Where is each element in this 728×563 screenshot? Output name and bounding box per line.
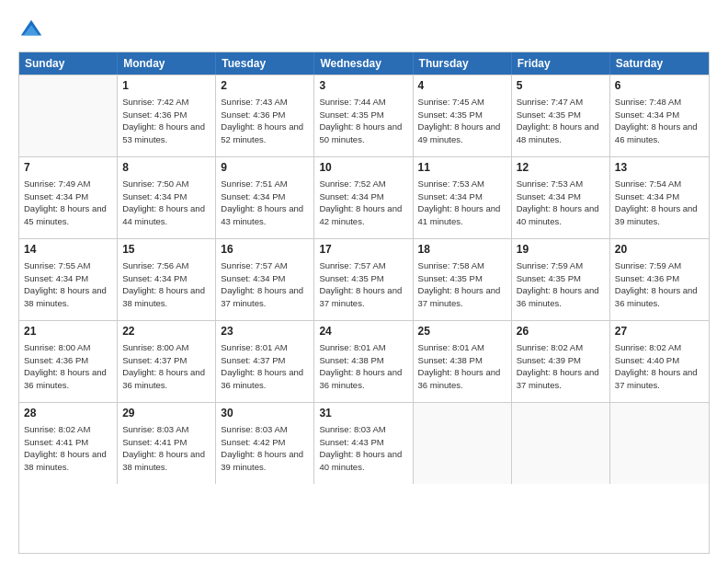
day-number: 7 [24, 160, 112, 176]
day-cell-18: 18Sunrise: 7:58 AMSunset: 4:35 PMDayligh… [414, 239, 512, 320]
calendar-row-3: 21Sunrise: 8:00 AMSunset: 4:36 PMDayligh… [19, 320, 709, 402]
day-info: Sunrise: 7:54 AMSunset: 4:34 PMDaylight:… [615, 178, 704, 228]
empty-cell-4-4 [414, 403, 512, 484]
day-info: Sunrise: 8:03 AMSunset: 4:43 PMDaylight:… [319, 423, 407, 474]
day-cell-25: 25Sunrise: 8:01 AMSunset: 4:38 PMDayligh… [414, 321, 512, 402]
day-number: 14 [24, 242, 112, 258]
day-cell-30: 30Sunrise: 8:03 AMSunset: 4:42 PMDayligh… [216, 403, 314, 484]
calendar-row-0: 1Sunrise: 7:42 AMSunset: 4:36 PMDaylight… [19, 75, 709, 156]
day-number: 2 [221, 78, 309, 94]
day-cell-26: 26Sunrise: 8:02 AMSunset: 4:39 PMDayligh… [512, 321, 610, 402]
day-number: 20 [615, 242, 704, 258]
day-info: Sunrise: 7:51 AMSunset: 4:34 PMDaylight:… [221, 178, 309, 228]
day-number: 30 [221, 406, 309, 421]
calendar-row-2: 14Sunrise: 7:55 AMSunset: 4:34 PMDayligh… [19, 238, 709, 320]
day-cell-29: 29Sunrise: 8:03 AMSunset: 4:41 PMDayligh… [118, 403, 216, 484]
header-day-friday: Friday [512, 52, 610, 75]
day-cell-24: 24Sunrise: 8:01 AMSunset: 4:38 PMDayligh… [314, 321, 413, 402]
day-info: Sunrise: 7:48 AMSunset: 4:34 PMDaylight:… [615, 96, 704, 146]
calendar-row-4: 28Sunrise: 8:02 AMSunset: 4:41 PMDayligh… [19, 402, 709, 484]
header-day-wednesday: Wednesday [314, 52, 413, 75]
day-number: 29 [122, 406, 210, 421]
calendar-body: 1Sunrise: 7:42 AMSunset: 4:36 PMDaylight… [19, 75, 709, 484]
day-info: Sunrise: 7:55 AMSunset: 4:34 PMDaylight:… [24, 259, 112, 310]
day-number: 8 [122, 160, 210, 176]
day-number: 3 [319, 78, 407, 94]
header-day-tuesday: Tuesday [216, 52, 314, 75]
calendar-header: SundayMondayTuesdayWednesdayThursdayFrid… [19, 52, 709, 75]
header-day-thursday: Thursday [414, 52, 512, 75]
day-number: 16 [221, 242, 309, 258]
day-info: Sunrise: 7:43 AMSunset: 4:36 PMDaylight:… [221, 96, 309, 146]
day-cell-2: 2Sunrise: 7:43 AMSunset: 4:36 PMDaylight… [216, 75, 314, 156]
day-cell-15: 15Sunrise: 7:56 AMSunset: 4:34 PMDayligh… [118, 239, 216, 320]
day-cell-5: 5Sunrise: 7:47 AMSunset: 4:35 PMDaylight… [512, 75, 610, 156]
day-info: Sunrise: 7:53 AMSunset: 4:34 PMDaylight:… [517, 178, 605, 228]
day-info: Sunrise: 7:59 AMSunset: 4:35 PMDaylight:… [517, 259, 605, 310]
day-info: Sunrise: 7:49 AMSunset: 4:34 PMDaylight:… [24, 178, 112, 228]
day-number: 13 [615, 160, 704, 176]
day-info: Sunrise: 8:01 AMSunset: 4:38 PMDaylight:… [319, 341, 407, 392]
day-info: Sunrise: 7:59 AMSunset: 4:36 PMDaylight:… [615, 259, 704, 310]
day-number: 5 [517, 78, 605, 94]
day-cell-12: 12Sunrise: 7:53 AMSunset: 4:34 PMDayligh… [512, 157, 610, 238]
day-info: Sunrise: 8:01 AMSunset: 4:37 PMDaylight:… [221, 341, 309, 392]
day-cell-27: 27Sunrise: 8:02 AMSunset: 4:40 PMDayligh… [610, 321, 709, 402]
day-number: 23 [221, 324, 309, 339]
day-number: 31 [319, 406, 407, 421]
day-number: 25 [418, 324, 506, 339]
day-cell-13: 13Sunrise: 7:54 AMSunset: 4:34 PMDayligh… [610, 157, 709, 238]
day-cell-10: 10Sunrise: 7:52 AMSunset: 4:34 PMDayligh… [314, 157, 413, 238]
empty-cell-0-0 [19, 75, 118, 156]
day-info: Sunrise: 7:52 AMSunset: 4:34 PMDaylight:… [319, 178, 407, 228]
day-cell-9: 9Sunrise: 7:51 AMSunset: 4:34 PMDaylight… [216, 157, 314, 238]
day-info: Sunrise: 7:44 AMSunset: 4:35 PMDaylight:… [319, 96, 407, 146]
day-info: Sunrise: 8:00 AMSunset: 4:37 PMDaylight:… [122, 341, 210, 392]
day-cell-6: 6Sunrise: 7:48 AMSunset: 4:34 PMDaylight… [610, 75, 709, 156]
day-number: 28 [24, 406, 112, 421]
day-cell-23: 23Sunrise: 8:01 AMSunset: 4:37 PMDayligh… [216, 321, 314, 402]
day-info: Sunrise: 7:47 AMSunset: 4:35 PMDaylight:… [517, 96, 605, 146]
day-cell-14: 14Sunrise: 7:55 AMSunset: 4:34 PMDayligh… [19, 239, 118, 320]
day-cell-7: 7Sunrise: 7:49 AMSunset: 4:34 PMDaylight… [19, 157, 118, 238]
day-number: 22 [122, 324, 210, 339]
calendar-row-1: 7Sunrise: 7:49 AMSunset: 4:34 PMDaylight… [19, 156, 709, 238]
day-cell-20: 20Sunrise: 7:59 AMSunset: 4:36 PMDayligh… [610, 239, 709, 320]
day-number: 6 [615, 78, 704, 94]
day-cell-31: 31Sunrise: 8:03 AMSunset: 4:43 PMDayligh… [314, 403, 413, 484]
day-cell-8: 8Sunrise: 7:50 AMSunset: 4:34 PMDaylight… [118, 157, 216, 238]
day-info: Sunrise: 8:00 AMSunset: 4:36 PMDaylight:… [24, 341, 112, 392]
empty-cell-4-6 [610, 403, 709, 484]
day-number: 10 [319, 160, 407, 176]
header-day-saturday: Saturday [610, 52, 709, 75]
day-number: 24 [319, 324, 407, 339]
day-info: Sunrise: 7:50 AMSunset: 4:34 PMDaylight:… [122, 178, 210, 228]
day-info: Sunrise: 7:45 AMSunset: 4:35 PMDaylight:… [418, 96, 506, 146]
day-cell-28: 28Sunrise: 8:02 AMSunset: 4:41 PMDayligh… [19, 403, 118, 484]
day-info: Sunrise: 8:03 AMSunset: 4:42 PMDaylight:… [221, 423, 309, 474]
day-cell-22: 22Sunrise: 8:00 AMSunset: 4:37 PMDayligh… [118, 321, 216, 402]
day-info: Sunrise: 8:03 AMSunset: 4:41 PMDaylight:… [122, 423, 210, 474]
day-info: Sunrise: 8:02 AMSunset: 4:40 PMDaylight:… [615, 341, 704, 392]
day-cell-4: 4Sunrise: 7:45 AMSunset: 4:35 PMDaylight… [414, 75, 512, 156]
day-number: 26 [517, 324, 605, 339]
day-cell-16: 16Sunrise: 7:57 AMSunset: 4:34 PMDayligh… [216, 239, 314, 320]
day-info: Sunrise: 8:01 AMSunset: 4:38 PMDaylight:… [418, 341, 506, 392]
logo [18, 17, 48, 42]
day-number: 11 [418, 160, 506, 176]
day-number: 17 [319, 242, 407, 258]
day-info: Sunrise: 7:53 AMSunset: 4:34 PMDaylight:… [418, 178, 506, 228]
page-header [18, 17, 710, 42]
day-number: 9 [221, 160, 309, 176]
header-day-monday: Monday [118, 52, 216, 75]
day-number: 4 [418, 78, 506, 94]
day-number: 18 [418, 242, 506, 258]
day-number: 12 [517, 160, 605, 176]
day-info: Sunrise: 7:56 AMSunset: 4:34 PMDaylight:… [122, 259, 210, 310]
day-info: Sunrise: 8:02 AMSunset: 4:41 PMDaylight:… [24, 423, 112, 474]
calendar: SundayMondayTuesdayWednesdayThursdayFrid… [18, 52, 710, 554]
day-cell-3: 3Sunrise: 7:44 AMSunset: 4:35 PMDaylight… [314, 75, 413, 156]
day-number: 21 [24, 324, 112, 339]
day-cell-21: 21Sunrise: 8:00 AMSunset: 4:36 PMDayligh… [19, 321, 118, 402]
day-info: Sunrise: 8:02 AMSunset: 4:39 PMDaylight:… [517, 341, 605, 392]
